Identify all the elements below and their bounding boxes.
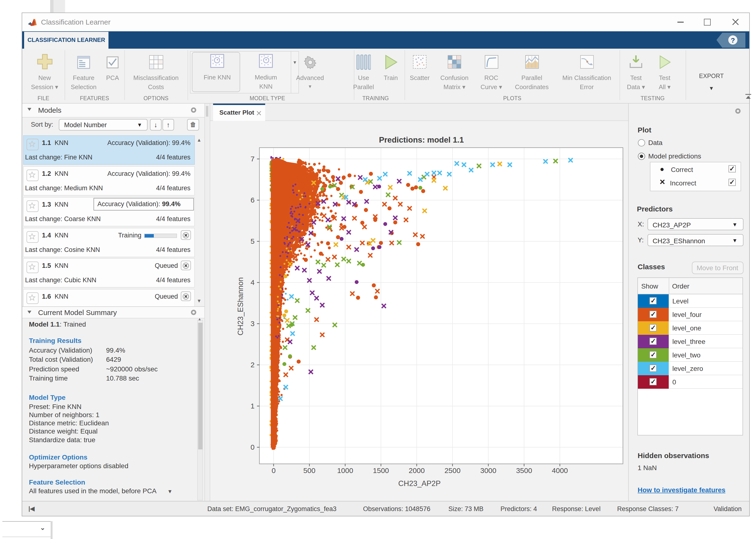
svg-text:Predictions: model 1.1: Predictions: model 1.1 — [379, 135, 464, 144]
svg-text:6: 6 — [250, 196, 254, 204]
svg-text:2500: 2500 — [444, 467, 460, 475]
svg-text:0: 0 — [271, 467, 276, 475]
svg-text:5: 5 — [250, 237, 254, 245]
svg-text:500: 500 — [303, 467, 315, 475]
svg-text:1500: 1500 — [373, 467, 389, 475]
svg-text:1000: 1000 — [337, 467, 353, 475]
svg-text:0: 0 — [250, 443, 254, 451]
svg-text:7: 7 — [250, 155, 254, 163]
svg-text:3000: 3000 — [480, 467, 496, 475]
svg-text:1: 1 — [250, 402, 254, 410]
svg-text:4000: 4000 — [552, 467, 568, 475]
svg-text:CH23_AP2P: CH23_AP2P — [398, 479, 440, 488]
svg-text:3500: 3500 — [516, 467, 532, 475]
svg-text:4: 4 — [250, 278, 254, 286]
svg-text:2000: 2000 — [408, 467, 425, 475]
svg-text:2: 2 — [250, 361, 254, 369]
svg-text:?: ? — [731, 37, 735, 44]
svg-text:CH23_EShannon: CH23_EShannon — [236, 277, 244, 335]
svg-text:3: 3 — [250, 320, 254, 328]
